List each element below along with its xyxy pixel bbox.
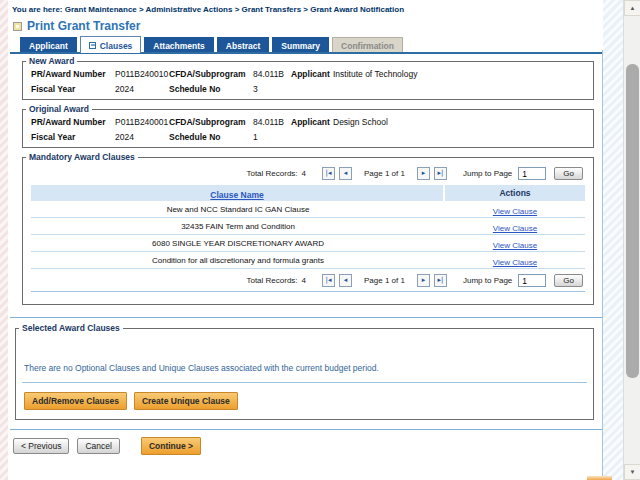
page-indicator: Page 1 of 1 <box>364 276 405 285</box>
page-title-row: Print Grant Transfer <box>13 19 140 33</box>
previous-button[interactable]: < Previous <box>13 438 69 454</box>
pagination-bottom: Total Records: 4 |◂ ◂ Page 1 of 1 ▸ ▸| J… <box>23 274 583 287</box>
new-award-row-2: Fiscal Year 2024 Schedule No 3 <box>23 81 593 96</box>
schedule-no-label: Schedule No <box>169 131 253 144</box>
next-page-button[interactable]: ▸ <box>417 274 430 287</box>
pr-award-number-value: P011B240010 <box>115 68 169 81</box>
clauses-tab-icon <box>89 42 96 49</box>
fiscal-year-label: Fiscal Year <box>31 131 115 144</box>
content-right-border <box>602 50 603 480</box>
next-page-button[interactable]: ▸ <box>417 167 430 180</box>
previous-page-icon: ◂ <box>344 169 348 177</box>
previous-page-button[interactable]: ◂ <box>339 274 352 287</box>
vertical-scrollbar[interactable]: ▲ ▼ <box>623 0 640 480</box>
clause-table: Clause Name Actions New and NCC Standard… <box>31 185 585 269</box>
pr-award-number-value: P011B240001 <box>115 116 169 129</box>
section-divider <box>10 317 602 318</box>
cfda-subprogram-label: CFDA/Subprogram <box>169 116 253 129</box>
fiscal-year-value: 2024 <box>115 83 169 96</box>
left-margin-hatch <box>0 0 8 480</box>
total-records-value: 4 <box>302 169 306 178</box>
add-remove-clauses-button[interactable]: Add/Remove Clauses <box>24 392 127 410</box>
total-records-value: 4 <box>302 276 306 285</box>
view-clause-link[interactable]: View Clause <box>493 258 537 267</box>
table-row: 32435 FAIN Term and Condition View Claus… <box>31 218 585 235</box>
table-row: Condition for all discretionary and form… <box>31 252 585 269</box>
tab-clauses[interactable]: Clauses <box>80 36 142 53</box>
mandatory-award-clauses-panel: Mandatory Award Clauses Total Records: 4… <box>22 152 594 305</box>
page-title: Print Grant Transfer <box>27 19 140 33</box>
grant-transfer-page: You are here: Grant Maintenance > Admini… <box>0 0 640 480</box>
first-page-button[interactable]: |◂ <box>322 274 335 287</box>
table-row: New and NCC Standard IC GAN Clause View … <box>31 201 585 218</box>
first-page-button[interactable]: |◂ <box>322 167 335 180</box>
fiscal-year-value: 2024 <box>115 131 169 144</box>
tab-confirmation: Confirmation <box>332 37 403 52</box>
original-award-legend: Original Award <box>26 104 92 114</box>
jump-to-page-label: Jump to Page <box>463 276 512 285</box>
selected-award-clauses-legend: Selected Award Clauses <box>19 323 123 333</box>
scroll-down-icon[interactable]: ▼ <box>624 464 640 480</box>
clause-name-cell: 6080 SINGLE YEAR DISCRETIONARY AWARD <box>31 239 445 248</box>
pagination-top: Total Records: 4 |◂ ◂ Page 1 of 1 ▸ ▸| J… <box>23 167 583 180</box>
table-row: 6080 SINGLE YEAR DISCRETIONARY AWARD Vie… <box>31 235 585 252</box>
clause-name-cell: Condition for all discretionary and form… <box>31 256 445 265</box>
cancel-button[interactable]: Cancel <box>77 438 119 454</box>
total-records-label: Total Records: <box>246 276 297 285</box>
no-clauses-message: There are no Optional Clauses and Unique… <box>24 363 585 373</box>
tab-attachments[interactable]: Attachments <box>144 37 213 52</box>
clause-name-cell: 32435 FAIN Term and Condition <box>31 222 445 231</box>
original-award-row-1: PR/Award Number P011B240001 CFDA/Subprog… <box>23 114 593 129</box>
tab-applicant[interactable]: Applicant <box>20 37 77 52</box>
last-page-button[interactable]: ▸| <box>434 274 447 287</box>
cfda-subprogram-value: 84.011B <box>253 68 291 81</box>
pr-award-number-label: PR/Award Number <box>31 116 115 129</box>
clause-table-header: Clause Name Actions <box>31 185 585 201</box>
mandatory-award-clauses-legend: Mandatory Award Clauses <box>26 152 138 162</box>
clause-name-cell: New and NCC Standard IC GAN Clause <box>31 205 445 214</box>
first-page-icon: |◂ <box>326 169 332 177</box>
next-page-icon: ▸ <box>422 169 426 177</box>
applicant-value: Design School <box>333 116 585 129</box>
selected-clauses-buttons: Add/Remove Clauses Create Unique Clause <box>24 392 593 410</box>
jump-to-page-input[interactable] <box>518 167 546 180</box>
go-button[interactable]: Go <box>554 167 583 180</box>
section-divider <box>10 429 602 430</box>
schedule-no-label: Schedule No <box>169 83 253 96</box>
page-title-icon <box>13 22 22 31</box>
selected-clauses-divider <box>22 382 587 383</box>
cfda-subprogram-label: CFDA/Subprogram <box>169 68 253 81</box>
jump-to-page-input[interactable] <box>518 274 546 287</box>
original-award-panel: Original Award PR/Award Number P011B2400… <box>22 104 594 148</box>
previous-page-button[interactable]: ◂ <box>339 167 352 180</box>
view-clause-link[interactable]: View Clause <box>493 207 537 216</box>
new-award-legend: New Award <box>26 56 77 66</box>
next-page-icon: ▸ <box>422 276 426 284</box>
pr-award-number-label: PR/Award Number <box>31 68 115 81</box>
jump-to-page-label: Jump to Page <box>463 169 512 178</box>
actions-column-header: Actions <box>445 188 585 198</box>
cutoff-orange-element <box>587 476 612 480</box>
view-clause-link[interactable]: View Clause <box>493 241 537 250</box>
selected-award-clauses-panel: Selected Award Clauses There are no Opti… <box>15 323 594 420</box>
tab-summary[interactable]: Summary <box>272 37 329 52</box>
go-button[interactable]: Go <box>554 274 583 287</box>
clause-name-column-header[interactable]: Clause Name <box>210 190 263 200</box>
new-award-row-1: PR/Award Number P011B240010 CFDA/Subprog… <box>23 66 593 81</box>
wizard-navigation: < Previous Cancel Continue > <box>13 437 201 455</box>
last-page-button[interactable]: ▸| <box>434 167 447 180</box>
last-page-icon: ▸| <box>438 276 444 284</box>
view-clause-link[interactable]: View Clause <box>493 224 537 233</box>
schedule-no-value: 1 <box>253 131 291 144</box>
tab-abstract[interactable]: Abstract <box>217 37 269 52</box>
continue-button[interactable]: Continue > <box>141 437 201 455</box>
applicant-value: Institute of Technology <box>333 68 585 81</box>
create-unique-clause-button[interactable]: Create Unique Clause <box>134 392 238 410</box>
first-page-icon: |◂ <box>326 276 332 284</box>
original-award-row-2: Fiscal Year 2024 Schedule No 1 <box>23 129 593 144</box>
tab-bar: Applicant Clauses Attachments Abstract S… <box>20 37 406 54</box>
applicant-label: Applicant <box>291 116 333 129</box>
scroll-up-icon[interactable]: ▲ <box>624 0 640 16</box>
fiscal-year-label: Fiscal Year <box>31 83 115 96</box>
scrollbar-thumb[interactable] <box>626 64 639 378</box>
